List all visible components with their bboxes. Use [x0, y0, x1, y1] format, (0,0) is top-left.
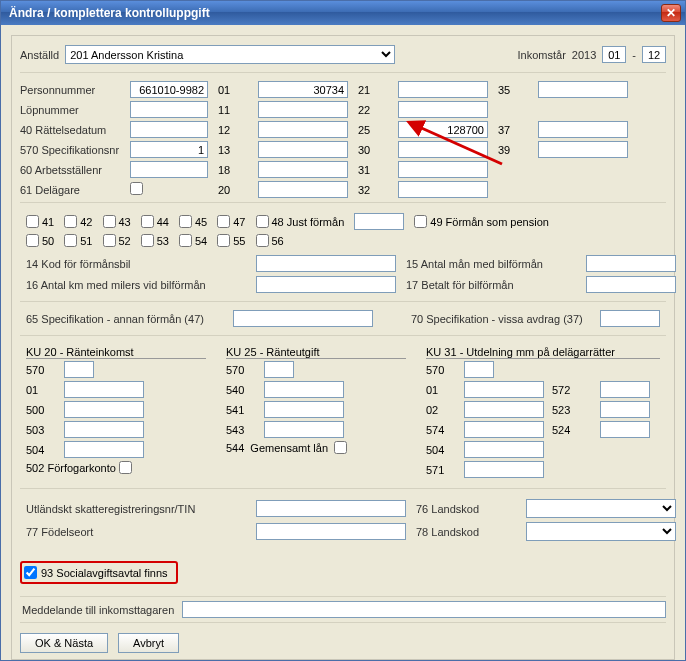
ku25-541: 541: [226, 404, 256, 416]
chk-55[interactable]: [217, 234, 230, 247]
lbl-70: 70 Specifikation - vissa avdrag (37): [411, 313, 590, 325]
inp-ku31-574[interactable]: [464, 421, 544, 438]
inp-30[interactable]: [398, 141, 488, 158]
inp-ku25-570[interactable]: [264, 361, 294, 378]
sel-76[interactable]: [526, 499, 676, 518]
inp-70[interactable]: [600, 310, 660, 327]
ku-sections: KU 20 - Ränteinkomst 570 01 500 503 504 …: [20, 340, 666, 484]
inp-ku20-01[interactable]: [64, 381, 144, 398]
lbl-76: 76 Landskod: [416, 503, 516, 515]
inp-13[interactable]: [258, 141, 348, 158]
inp-14[interactable]: [256, 255, 396, 272]
chk-61[interactable]: [130, 182, 143, 195]
inp-12[interactable]: [258, 121, 348, 138]
ku31-524: 524: [552, 424, 592, 436]
lbl-lopnummer: Löpnummer: [20, 104, 120, 116]
inp-65[interactable]: [233, 310, 373, 327]
ok-next-button[interactable]: OK & Nästa: [20, 633, 108, 653]
check-row-1: 41 42 43 44 45 47 48 Just förmån 49 Förm…: [20, 207, 666, 234]
fno-18: 18: [218, 164, 248, 176]
chk-44[interactable]: [141, 215, 154, 228]
inp-22[interactable]: [398, 101, 488, 118]
fno-39: 39: [498, 144, 528, 156]
inp-35[interactable]: [538, 81, 628, 98]
inp-01[interactable]: [258, 81, 348, 98]
spec-row: 65 Specifikation - annan förmån (47) 70 …: [20, 306, 666, 331]
chk-52[interactable]: [103, 234, 116, 247]
inp-16[interactable]: [256, 276, 396, 293]
inp-37[interactable]: [538, 121, 628, 138]
inp-ku20-500[interactable]: [64, 401, 144, 418]
ku20-504: 504: [26, 444, 56, 456]
inp-personnummer[interactable]: [130, 81, 208, 98]
chk-42[interactable]: [64, 215, 77, 228]
inp-31[interactable]: [398, 161, 488, 178]
main-panel: Anställd 201 Andersson Kristina Inkomstå…: [11, 35, 675, 660]
inp-ku25-540[interactable]: [264, 381, 344, 398]
inp-15[interactable]: [586, 255, 676, 272]
chk-54[interactable]: [179, 234, 192, 247]
close-button[interactable]: ✕: [661, 4, 681, 22]
inp-ku31-523[interactable]: [600, 401, 650, 418]
chk-ku25-544[interactable]: [334, 441, 347, 454]
month-to-input[interactable]: [642, 46, 666, 63]
fno-01: 01: [218, 84, 248, 96]
chk-50[interactable]: [26, 234, 39, 247]
inp-ku20-504[interactable]: [64, 441, 144, 458]
chk-ku20-502[interactable]: [119, 461, 132, 474]
sel-78[interactable]: [526, 522, 676, 541]
inp-lopnummer[interactable]: [130, 101, 208, 118]
inp-77[interactable]: [256, 523, 406, 540]
inp-ku31-504[interactable]: [464, 441, 544, 458]
cancel-button[interactable]: Avbryt: [118, 633, 179, 653]
inp-ku31-01[interactable]: [464, 381, 544, 398]
inp-ku25-541[interactable]: [264, 401, 344, 418]
lbl-17: 17 Betalt för bilförmån: [406, 279, 576, 291]
chk-41[interactable]: [26, 215, 39, 228]
chk-56[interactable]: [256, 234, 269, 247]
employee-select[interactable]: 201 Andersson Kristina: [65, 45, 395, 64]
inp-48[interactable]: [354, 213, 404, 230]
inp-msg[interactable]: [182, 601, 666, 618]
header-row: Anställd 201 Andersson Kristina Inkomstå…: [20, 42, 666, 73]
inp-18[interactable]: [258, 161, 348, 178]
chk-93[interactable]: [24, 566, 37, 579]
chk-49[interactable]: [414, 215, 427, 228]
chk-43[interactable]: [103, 215, 116, 228]
inp-39[interactable]: [538, 141, 628, 158]
income-year-value: 2013: [572, 49, 596, 61]
inp-17[interactable]: [586, 276, 676, 293]
income-year-label: Inkomstår: [518, 49, 566, 61]
inp-ku31-571[interactable]: [464, 461, 544, 478]
fno-12: 12: [218, 124, 248, 136]
chk-48[interactable]: [256, 215, 269, 228]
inp-11[interactable]: [258, 101, 348, 118]
inp-tin[interactable]: [256, 500, 406, 517]
chk-53[interactable]: [141, 234, 154, 247]
inp-570[interactable]: [130, 141, 208, 158]
inp-40[interactable]: [130, 121, 208, 138]
inp-25[interactable]: [398, 121, 488, 138]
inp-ku31-524[interactable]: [600, 421, 650, 438]
inp-ku20-503[interactable]: [64, 421, 144, 438]
chk-51[interactable]: [64, 234, 77, 247]
inp-ku31-02[interactable]: [464, 401, 544, 418]
ku20-503: 503: [26, 424, 56, 436]
inp-ku31-572[interactable]: [600, 381, 650, 398]
fno-21: 21: [358, 84, 388, 96]
lbl-55: 55: [233, 235, 245, 247]
inp-21[interactable]: [398, 81, 488, 98]
lbl-52: 52: [119, 235, 131, 247]
chk-45[interactable]: [179, 215, 192, 228]
field-grid: Personnummer 01 21 35 Löpnummer 11 22 40…: [20, 81, 666, 198]
chk-47[interactable]: [217, 215, 230, 228]
inp-60[interactable]: [130, 161, 208, 178]
check-row-2: 50 51 52 53 54 55 56: [20, 234, 666, 251]
inp-20[interactable]: [258, 181, 348, 198]
inp-ku31-570[interactable]: [464, 361, 494, 378]
inp-ku20-570[interactable]: [64, 361, 94, 378]
inp-ku25-543[interactable]: [264, 421, 344, 438]
inp-32[interactable]: [398, 181, 488, 198]
month-from-input[interactable]: [602, 46, 626, 63]
fno-35: 35: [498, 84, 528, 96]
